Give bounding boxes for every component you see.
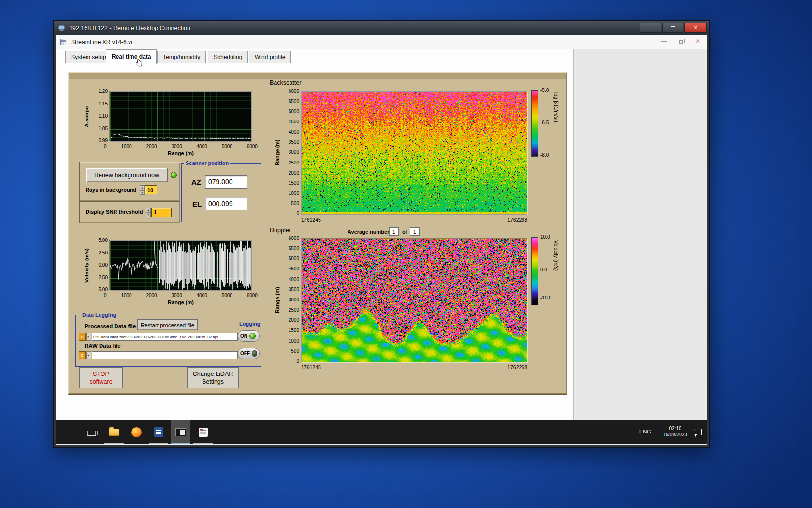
average-number-label: Average number xyxy=(348,229,389,235)
computer-icon xyxy=(58,25,66,31)
tab-wind-profile[interactable]: Wind profile xyxy=(249,51,291,63)
scheduler-app-button[interactable] xyxy=(193,420,213,444)
tick-label: 2000 xyxy=(289,317,299,323)
rays-spinner[interactable]: ▲▼ xyxy=(140,185,145,194)
renew-background-button[interactable]: Renew background now xyxy=(86,168,168,182)
rdp-title: 192.168.0.122 - Remote Desktop Connectio… xyxy=(69,25,190,31)
stop-button-line1: STOP xyxy=(93,370,109,378)
snr-spinner[interactable]: ▲▼ xyxy=(146,208,151,217)
stop-software-button[interactable]: STOP software xyxy=(79,367,123,388)
drive-letter-box-2[interactable]: C xyxy=(79,351,86,359)
tick-label: 5000 xyxy=(222,144,232,149)
logging-on-led xyxy=(249,333,256,339)
tab-real-time-data[interactable]: Real time data xyxy=(106,49,157,64)
tick-label: 1.15 xyxy=(99,101,108,107)
backscatter-cbar-mid: -6.5 xyxy=(540,120,549,125)
restart-processed-file-button[interactable]: Restart processed file xyxy=(137,319,198,330)
active-app-button[interactable] xyxy=(171,420,190,444)
doppler-cbar-min: -10.0 xyxy=(540,295,551,300)
backscatter-time-end: 1762268 xyxy=(508,217,527,223)
document-app-button[interactable] xyxy=(149,420,168,444)
tick-label: 1500 xyxy=(289,328,299,333)
tick-label: 0 xyxy=(104,144,107,149)
tick-label: 3000 xyxy=(172,293,182,298)
rdp-minimize-button[interactable]: — xyxy=(640,23,661,33)
app-restore-button[interactable] xyxy=(679,40,683,44)
vi-icon xyxy=(60,39,67,45)
tab-temp-humidity[interactable]: Temp/humidity xyxy=(157,51,206,63)
path-browse-icon[interactable]: ▸ xyxy=(86,333,91,341)
tick-label: 4500 xyxy=(289,119,299,125)
tick-label: 4000 xyxy=(197,293,207,298)
tab-scheduling[interactable]: Scheduling xyxy=(208,51,248,63)
doppler-cbar-max: 10.0 xyxy=(540,234,550,239)
tick-label: 0 xyxy=(104,293,107,298)
tick-label: 2500 xyxy=(289,307,299,313)
rays-value[interactable]: 10 xyxy=(145,185,157,194)
background-controls-box: Renew background now Rays in background … xyxy=(79,162,180,201)
task-view-button[interactable] xyxy=(82,420,101,444)
processed-path-field[interactable]: C:\Lidar\Data\Proc\2023\202308\20230815\… xyxy=(92,333,238,341)
backscatter-cbar-min: -8.0 xyxy=(540,152,549,158)
tick-label: 2000 xyxy=(289,170,299,176)
ascope-chart: A-scope 1.201.151.101.050.99 01000200030… xyxy=(82,89,262,160)
on-label: ON xyxy=(240,333,247,339)
tick-label: -5.00 xyxy=(97,287,108,293)
tick-label: 0.99 xyxy=(99,138,108,144)
average-number-field[interactable]: 1 xyxy=(389,227,399,236)
panel-top-band xyxy=(69,73,566,79)
rdp-maximize-button[interactable] xyxy=(662,23,683,33)
snr-value[interactable]: 1 xyxy=(151,208,172,217)
app-close-button[interactable]: ✕ xyxy=(696,38,700,45)
logging-off-led xyxy=(252,350,257,357)
raw-data-file-label: RAW Data file xyxy=(85,343,121,349)
snr-threshold-box: Display SNR threshold ▲▼ 1 xyxy=(79,201,180,223)
renew-background-led xyxy=(171,172,177,178)
velocity-chart: Velocity (m/s) 5.002.500.00-2.50-5.00 01… xyxy=(82,238,262,310)
taskbar: ENG 02:10 15/08/2023 xyxy=(56,420,707,444)
tick-label: 2000 xyxy=(146,144,157,149)
document-app-icon xyxy=(154,427,163,437)
language-indicator[interactable]: ENG xyxy=(639,429,651,434)
backscatter-cbar-label: log β (1/m/sr) xyxy=(553,92,559,160)
firefox-button[interactable] xyxy=(127,420,146,444)
tick-label: 500 xyxy=(291,348,299,354)
tick-label: 1.20 xyxy=(99,89,108,94)
ascope-x-axis-label: Range (m) xyxy=(110,150,252,156)
change-lidar-settings-button[interactable]: Change LiDAR Settings xyxy=(187,367,239,388)
app-minimize-button[interactable]: — xyxy=(661,38,667,45)
average-total-field[interactable]: 1 xyxy=(410,227,420,236)
tick-label: 500 xyxy=(291,201,299,207)
change-button-line1: Change LiDAR xyxy=(193,370,233,378)
app-titlebar[interactable]: StreamLine XR v14-6.vi — ✕ xyxy=(56,35,707,49)
tick-label: 6000 xyxy=(247,293,258,298)
tick-label: 3000 xyxy=(172,144,182,149)
logging-on-toggle[interactable]: ON xyxy=(238,330,260,342)
tab-system-setup[interactable]: System setup xyxy=(65,51,112,63)
tick-label: 2.50 xyxy=(99,250,108,256)
tick-label: 3500 xyxy=(289,287,299,293)
file-explorer-button[interactable] xyxy=(104,420,124,444)
ascope-y-axis-label: A-scope xyxy=(84,92,89,141)
notification-button[interactable] xyxy=(688,420,707,444)
doppler-cbar-label: Velocity (m/s) xyxy=(553,240,559,308)
logging-off-toggle[interactable]: OFF xyxy=(238,348,260,359)
az-value-field[interactable]: 079.000 xyxy=(205,175,247,189)
backscatter-plot xyxy=(301,91,527,215)
processed-data-file-label: Processed Data file xyxy=(85,323,136,329)
rdp-titlebar[interactable]: 192.168.0.122 - Remote Desktop Connectio… xyxy=(54,21,709,35)
tick-label: 4000 xyxy=(289,277,299,283)
raw-path-field[interactable] xyxy=(92,351,238,359)
path-browse-icon-2[interactable]: ▸ xyxy=(86,351,91,359)
tick-label: 5000 xyxy=(289,109,299,115)
rdp-client-area: StreamLine XR v14-6.vi — ✕ System setup … xyxy=(56,35,707,445)
backscatter-title: Backscatter xyxy=(270,79,301,86)
velocity-x-ticks: 0100020003000400050006000 xyxy=(104,293,258,298)
el-value-field[interactable]: 000.099 xyxy=(205,197,247,210)
backscatter-canvas xyxy=(302,92,527,214)
rdp-close-button[interactable]: ✕ xyxy=(684,23,707,33)
tick-label: 1000 xyxy=(121,144,131,149)
drive-letter-box[interactable]: C xyxy=(79,333,86,341)
snr-threshold-label: Display SNR threshold xyxy=(86,209,143,215)
tick-label: 1000 xyxy=(289,338,299,344)
